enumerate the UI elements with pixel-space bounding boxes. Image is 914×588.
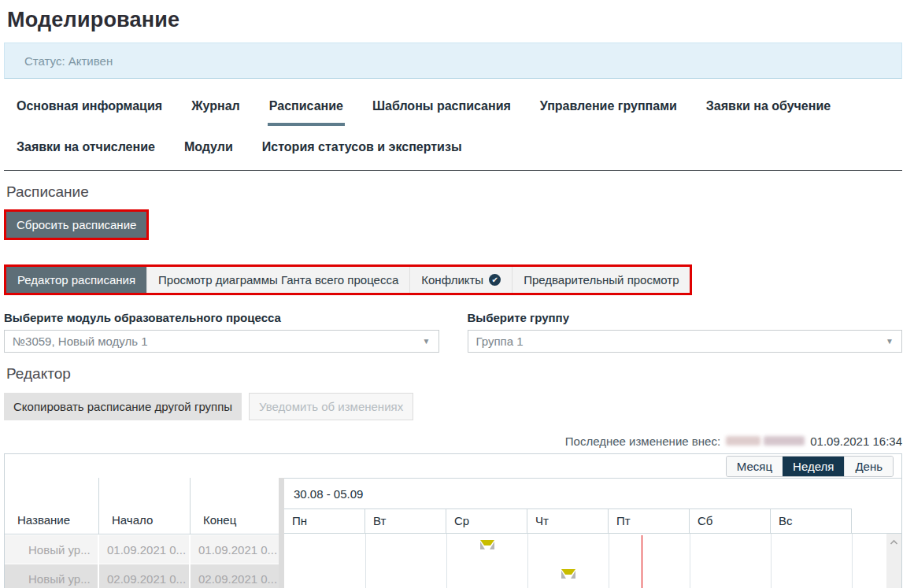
tabs-divider bbox=[4, 170, 902, 171]
chevron-up-icon bbox=[890, 539, 898, 545]
scheduler-toolbar: МесяцНеделяДень bbox=[5, 454, 901, 478]
table-cell: 02.09.2021 0... bbox=[191, 564, 279, 588]
annotation-red-box-reset: Сбросить расписание bbox=[4, 209, 149, 240]
gantt-column-line bbox=[527, 534, 528, 588]
tab-training-requests[interactable]: Заявки на обучение bbox=[705, 99, 832, 126]
table-cell: Новый ур... bbox=[5, 564, 98, 588]
check-circle-icon: ✔ bbox=[489, 274, 501, 286]
notify-changes-button[interactable]: Уведомить об изменениях bbox=[249, 393, 413, 420]
tab-group-management[interactable]: Управление группами bbox=[538, 99, 679, 126]
gantt-column-line bbox=[609, 534, 609, 588]
annotation-red-box-subtabs: Редактор расписанияПросмотр диаграммы Га… bbox=[4, 264, 692, 295]
view-switch: МесяцНеделяДень bbox=[726, 456, 894, 477]
subtab-conflicts[interactable]: Конфликты✔ bbox=[409, 267, 512, 293]
tab-schedule-templates[interactable]: Шаблоны расписания bbox=[371, 99, 513, 126]
table-row[interactable]: Новый ур...01.09.2021 0...01.09.2021 0..… bbox=[5, 535, 279, 564]
table-cell: 01.09.2021 0... bbox=[99, 535, 189, 564]
table-gantt-splitter[interactable] bbox=[279, 478, 284, 588]
module-select[interactable]: №3059, Новый модуль 1 ▼ bbox=[4, 330, 439, 353]
day-header-Вт: Вт bbox=[365, 508, 446, 533]
gantt-week-row: 30.08 - 05.09 bbox=[284, 479, 901, 509]
tab-expulsion-requests[interactable]: Заявки на отчисление bbox=[15, 140, 157, 167]
status-text: Статус: Активен bbox=[24, 54, 113, 68]
milestone-flag-icon[interactable] bbox=[480, 539, 494, 549]
module-select-value: №3059, Новый модуль 1 bbox=[13, 335, 148, 348]
last-modified-label: Последнее изменение внес: bbox=[565, 435, 720, 448]
tab-status-history[interactable]: История статусов и экспертизы bbox=[261, 140, 464, 167]
view-switch-month[interactable]: Месяц bbox=[727, 457, 783, 476]
gantt-column-line bbox=[690, 534, 690, 588]
reset-schedule-button[interactable]: Сбросить расписание bbox=[6, 212, 146, 238]
gantt-content bbox=[284, 534, 901, 588]
schedule-subtabs: Редактор расписанияПросмотр диаграммы Га… bbox=[6, 267, 690, 293]
column-header-1: Начало bbox=[99, 478, 191, 534]
last-modified-datetime: 01.09.2021 16:34 bbox=[810, 435, 902, 448]
view-switch-week[interactable]: Неделя bbox=[783, 457, 844, 476]
page: Моделирование Статус: Активен Основная и… bbox=[0, 0, 914, 588]
gantt-week-range: 30.08 - 05.09 bbox=[294, 487, 363, 501]
selects-row: Выберите модуль образовательного процесс… bbox=[4, 311, 902, 353]
main-tabs: Основная информацияЖурналРасписаниеШабло… bbox=[15, 99, 905, 167]
table-cell: 01.09.2021 0... bbox=[191, 535, 279, 564]
scheduler-body: НазваниеНачалоКонец Новый ур...01.09.202… bbox=[5, 478, 901, 588]
day-header-Пн: Пн bbox=[284, 508, 365, 533]
milestone-flag-icon[interactable] bbox=[561, 568, 575, 579]
tab-journal[interactable]: Журнал bbox=[190, 99, 242, 126]
lessons-table-rows: Новый ур...01.09.2021 0...01.09.2021 0..… bbox=[5, 535, 279, 588]
group-select-label: Выберите группу bbox=[468, 311, 903, 324]
editor-section-heading: Редактор bbox=[6, 365, 902, 383]
subtab-preview[interactable]: Предварительный просмотр bbox=[512, 267, 690, 293]
view-switch-day[interactable]: День bbox=[844, 457, 893, 476]
column-header-0: Название bbox=[5, 478, 99, 534]
tab-main-info[interactable]: Основная информация bbox=[15, 99, 164, 126]
chevron-down-icon: ▼ bbox=[886, 337, 894, 346]
gantt-column-line bbox=[446, 534, 447, 588]
gantt-column-line bbox=[771, 534, 772, 588]
scheduler: МесяцНеделяДень НазваниеНачалоКонец Новы… bbox=[4, 453, 902, 588]
gantt-column-line bbox=[852, 534, 853, 588]
subtab-gantt-view[interactable]: Просмотр диаграммы Ганта всего процесса bbox=[146, 267, 409, 293]
lessons-table: НазваниеНачалоКонец Новый ур...01.09.202… bbox=[5, 478, 279, 588]
copy-schedule-button[interactable]: Скопировать расписание другой группы bbox=[4, 393, 242, 420]
module-select-label: Выберите модуль образовательного процесс… bbox=[4, 311, 439, 324]
lessons-table-header: НазваниеНачалоКонец bbox=[5, 478, 279, 534]
editor-buttons: Скопировать расписание другой группы Уве… bbox=[4, 393, 902, 420]
group-select-value: Группа 1 bbox=[476, 335, 524, 348]
last-modified-line: Последнее изменение внес: 01.09.2021 16:… bbox=[4, 435, 902, 448]
tab-schedule[interactable]: Расписание bbox=[268, 99, 345, 126]
day-header-Ср: Ср bbox=[446, 508, 527, 533]
column-header-2: Конец bbox=[191, 478, 279, 534]
status-bar: Статус: Активен bbox=[4, 43, 902, 79]
page-title: Моделирование bbox=[7, 8, 902, 32]
tab-modules[interactable]: Модули bbox=[183, 140, 235, 167]
day-header-Сб: Сб bbox=[690, 508, 771, 533]
table-cell: Новый ур... bbox=[5, 535, 98, 564]
day-header-Чт: Чт bbox=[527, 508, 609, 533]
gantt-column-line bbox=[365, 534, 366, 588]
table-row[interactable]: Новый ур...02.09.2021 0...02.09.2021 0..… bbox=[5, 564, 279, 588]
gantt-day-header: ПнВтСрЧтПтСбВс bbox=[284, 508, 901, 534]
subtab-schedule-editor[interactable]: Редактор расписания bbox=[6, 267, 146, 293]
current-time-line bbox=[642, 535, 642, 588]
schedule-section-heading: Расписание bbox=[6, 183, 902, 201]
gantt-vertical-scrollbar[interactable] bbox=[886, 534, 901, 588]
group-select-group: Выберите группу Группа 1 ▼ bbox=[468, 311, 903, 353]
day-header-filler bbox=[852, 508, 901, 533]
day-header-Вс: Вс bbox=[771, 508, 852, 533]
table-cell: 02.09.2021 0... bbox=[99, 564, 189, 588]
chevron-down-icon: ▼ bbox=[423, 337, 431, 346]
day-header-Пт: Пт bbox=[609, 508, 690, 533]
module-select-group: Выберите модуль образовательного процесс… bbox=[4, 311, 439, 353]
group-select[interactable]: Группа 1 ▼ bbox=[468, 330, 903, 353]
gantt-pane: 30.08 - 05.09 ПнВтСрЧтПтСбВс bbox=[284, 478, 901, 588]
redacted-user-name bbox=[726, 435, 805, 448]
